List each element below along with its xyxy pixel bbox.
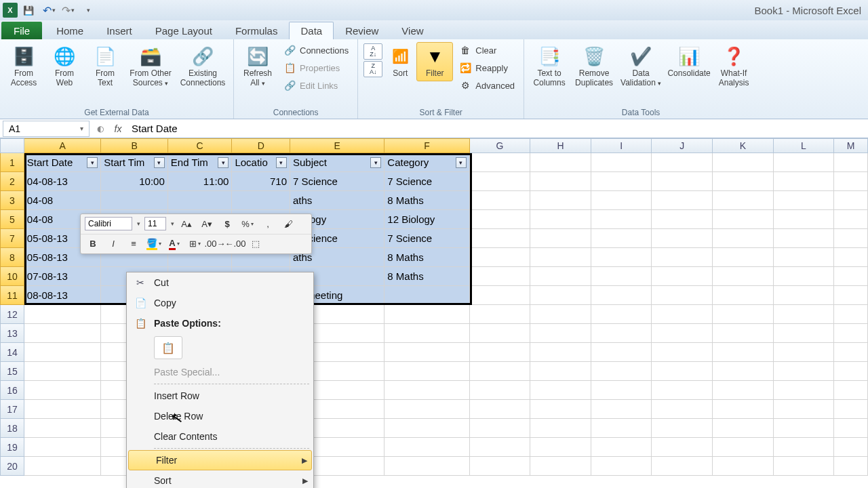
- advanced-filter-button[interactable]: ⚙Advanced: [454, 77, 519, 94]
- row-header[interactable]: 14: [0, 343, 24, 362]
- cell[interactable]: [834, 305, 868, 324]
- cell[interactable]: Start Tim▾: [101, 153, 168, 172]
- cell[interactable]: [774, 229, 835, 248]
- cell[interactable]: 8 Maths: [384, 248, 469, 267]
- cell[interactable]: [591, 400, 652, 419]
- cell[interactable]: [713, 191, 774, 210]
- decrease-decimal-button[interactable]: ←.00: [227, 237, 243, 251]
- cell[interactable]: [774, 286, 835, 305]
- cell[interactable]: [834, 343, 868, 362]
- menu-paste-special[interactable]: Paste Special...: [127, 362, 313, 382]
- cell[interactable]: [470, 400, 531, 419]
- cell[interactable]: [530, 210, 591, 229]
- borders-button[interactable]: ⊞: [186, 237, 203, 251]
- cell[interactable]: [384, 324, 469, 343]
- cell[interactable]: 7 Science: [384, 172, 469, 191]
- menu-cut[interactable]: ✂Cut: [127, 272, 313, 293]
- cell[interactable]: Category▾: [384, 153, 469, 172]
- existing-connections-button[interactable]: 🔗Existing Connections: [176, 42, 229, 91]
- cell[interactable]: [384, 438, 469, 457]
- fill-color-button[interactable]: 🪣: [146, 237, 162, 251]
- filter-dropdown-button[interactable]: ▾: [276, 157, 287, 168]
- cell[interactable]: [834, 381, 868, 400]
- menu-clear-contents[interactable]: Clear Contents: [127, 426, 313, 447]
- menu-copy[interactable]: 📄Copy: [127, 293, 313, 313]
- cell[interactable]: [774, 362, 835, 381]
- cell[interactable]: [652, 248, 713, 267]
- cell[interactable]: [530, 343, 591, 362]
- cell[interactable]: [834, 267, 868, 286]
- cell[interactable]: [384, 362, 469, 381]
- refresh-all-button[interactable]: 🔄Refresh All ▾: [238, 42, 277, 91]
- cell[interactable]: [470, 248, 531, 267]
- redo-button[interactable]: ↷▾: [58, 2, 77, 18]
- cell[interactable]: [774, 419, 835, 438]
- center-align-button[interactable]: ≡: [125, 237, 142, 251]
- filter-dropdown-button[interactable]: ▾: [370, 157, 381, 168]
- cell[interactable]: [834, 153, 868, 172]
- tab-home[interactable]: Home: [45, 22, 95, 39]
- cell[interactable]: 04-08: [24, 191, 101, 210]
- row-header[interactable]: 7: [0, 229, 24, 248]
- cell[interactable]: [591, 381, 652, 400]
- cell[interactable]: [530, 362, 591, 381]
- cell[interactable]: [168, 191, 233, 210]
- cell[interactable]: [591, 229, 652, 248]
- cell[interactable]: [591, 286, 652, 305]
- cell[interactable]: [530, 324, 591, 343]
- cell[interactable]: [774, 153, 835, 172]
- cell[interactable]: [774, 210, 835, 229]
- cell[interactable]: 12 Biology: [384, 210, 469, 229]
- cell[interactable]: aths: [290, 191, 384, 210]
- data-validation-button[interactable]: ✔️Data Validation ▾: [618, 42, 664, 91]
- cell[interactable]: [774, 172, 835, 191]
- cell[interactable]: [713, 267, 774, 286]
- cell[interactable]: 710: [232, 172, 290, 191]
- cell[interactable]: [652, 438, 713, 457]
- cell[interactable]: [591, 248, 652, 267]
- menu-sort[interactable]: Sort▶: [127, 470, 313, 488]
- from-access-button[interactable]: 🗄️From Access: [4, 42, 43, 91]
- cell[interactable]: [713, 343, 774, 362]
- cell[interactable]: [774, 191, 835, 210]
- cell[interactable]: [470, 343, 531, 362]
- cell[interactable]: [713, 248, 774, 267]
- bold-button[interactable]: B: [85, 237, 101, 251]
- cell[interactable]: [774, 438, 835, 457]
- cell[interactable]: [530, 191, 591, 210]
- cell[interactable]: [470, 419, 531, 438]
- cell[interactable]: [530, 305, 591, 324]
- cell[interactable]: [384, 457, 469, 476]
- cell[interactable]: [470, 153, 531, 172]
- filter-dropdown-button[interactable]: ▾: [154, 157, 165, 168]
- cell[interactable]: [591, 172, 652, 191]
- col-header-L[interactable]: L: [774, 138, 835, 153]
- cell[interactable]: [591, 419, 652, 438]
- tab-insert[interactable]: Insert: [95, 22, 144, 39]
- col-header-F[interactable]: F: [384, 138, 469, 153]
- cell[interactable]: [530, 286, 591, 305]
- cell[interactable]: [470, 210, 531, 229]
- cell[interactable]: [652, 362, 713, 381]
- cell[interactable]: [713, 381, 774, 400]
- cell[interactable]: [713, 305, 774, 324]
- tab-view[interactable]: View: [390, 22, 435, 39]
- from-web-button[interactable]: 🌐From Web: [45, 42, 84, 91]
- font-family-input[interactable]: [85, 217, 132, 230]
- cell[interactable]: 7 Science: [290, 172, 384, 191]
- cell[interactable]: [470, 438, 531, 457]
- col-header-A[interactable]: A: [24, 138, 101, 153]
- cell[interactable]: [652, 400, 713, 419]
- cell[interactable]: [24, 438, 101, 457]
- row-header[interactable]: 17: [0, 400, 24, 419]
- cell[interactable]: [470, 229, 531, 248]
- format-painter-button[interactable]: 🖌: [280, 216, 296, 231]
- font-size-input[interactable]: [144, 217, 166, 230]
- cell[interactable]: [530, 267, 591, 286]
- connections-button[interactable]: 🔗Connections: [279, 42, 353, 58]
- cell[interactable]: [774, 267, 835, 286]
- col-header-D[interactable]: D: [232, 138, 290, 153]
- cell[interactable]: [591, 343, 652, 362]
- cell[interactable]: [774, 324, 835, 343]
- row-header[interactable]: 10: [0, 267, 24, 286]
